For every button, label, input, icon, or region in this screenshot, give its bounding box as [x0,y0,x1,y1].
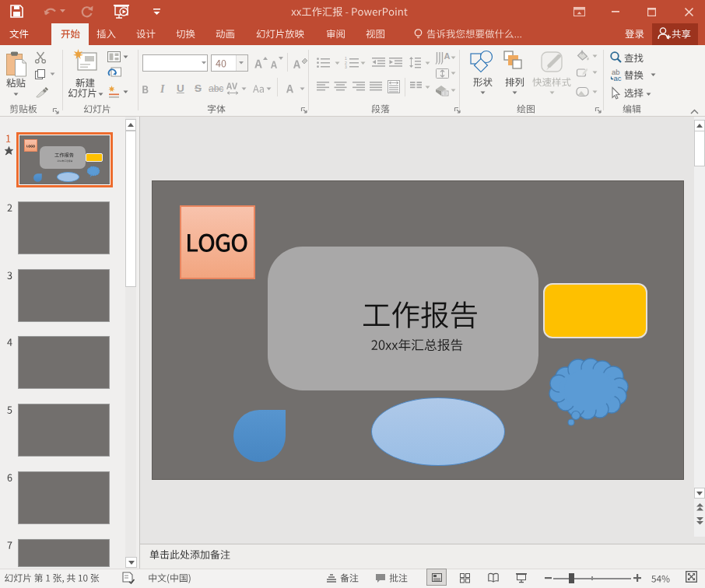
svg-text:A: A [444,51,451,61]
svg-text:3: 3 [345,65,347,69]
svg-text:ac: ac [614,74,622,82]
